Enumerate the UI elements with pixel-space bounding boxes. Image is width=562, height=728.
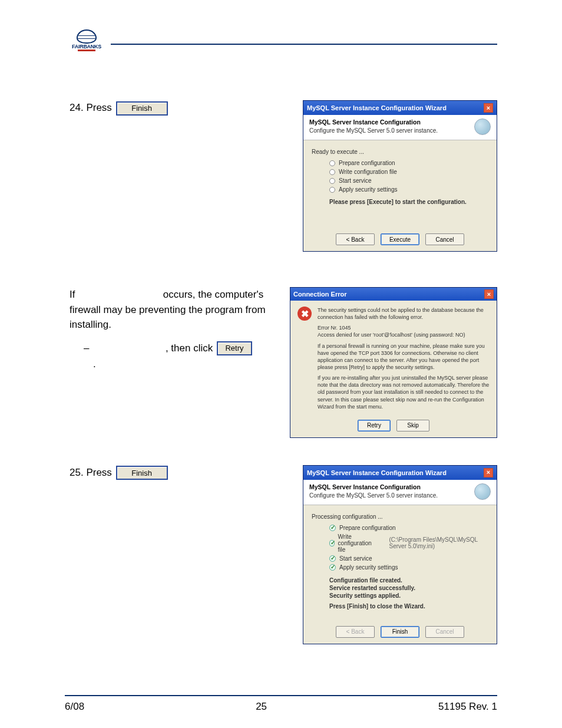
error-icon: ✖ [297,307,312,321]
mysql-dolphin-icon [474,483,491,500]
page-footer: 6/08 25 51195 Rev. 1 [65,695,497,713]
retry-button-inline[interactable]: Retry [217,341,252,355]
list-item: Apply security settings [329,564,488,571]
close-icon[interactable]: × [484,103,493,113]
page-number: 25 [256,701,267,713]
list-item: Start service [329,555,488,562]
step-25-text: 25. Press Finish [70,465,290,644]
error-para: Error Nr. 1045Access denied for user 'ro… [318,324,490,338]
page-header: FAIRBANKS [70,29,497,59]
dialog-titlebar: MySQL Server Instance Configuration Wiza… [303,466,497,480]
list-item: Prepare configuration [329,525,488,531]
instruction-text: Press [Finish] to close the Wizard. [329,603,488,610]
dialog-heading: MySQL Server Instance Configuration [309,118,421,126]
dialog-subheading: Configure the MySQL Server 5.0 server in… [309,127,470,134]
footer-doc-id: 51195 Rev. 1 [438,701,497,713]
error-para: If a personal firewall is running on you… [318,342,490,371]
list-item: Write configuration file (C:\Program Fil… [329,533,488,553]
error-para: The security settings could not be appli… [318,307,490,321]
close-icon[interactable]: × [484,289,494,299]
list-item: Prepare configuration [329,160,488,166]
dialog-titlebar: MySQL Server Instance Configuration Wiza… [303,101,497,115]
connection-error-dialog: Connection Error × ✖ The security settin… [290,287,497,438]
error-para: If you are re-installing after you just … [318,374,490,410]
skip-button[interactable]: Skip [396,420,429,431]
finish-button[interactable]: Finish [381,626,419,638]
footer-date: 6/08 [65,701,84,713]
mysql-dolphin-icon [474,118,491,135]
cancel-button: Cancel [425,626,464,638]
firewall-note: If Connection Error occurs, the computer… [70,287,282,438]
header-rule [111,44,497,45]
mysql-config-dialog-ready: MySQL Server Instance Configuration Wiza… [303,100,497,252]
status-text: Processing configuration ... [312,513,488,520]
fairbanks-logo: FAIRBANKS [70,29,104,59]
close-icon[interactable]: × [484,468,493,477]
step-24-text: 24. Press Finish [70,100,290,252]
dialog-subheading: Configure the MySQL Server 5.0 server in… [309,492,470,499]
list-item: Start service [329,177,488,184]
finish-button-inline[interactable]: Finish [116,466,168,480]
success-text: Configuration file created. Service rest… [329,577,488,599]
dialog-heading: MySQL Server Instance Configuration [309,483,421,490]
list-item: Write configuration file [329,169,488,175]
instruction-text: Please press [Execute] to start the conf… [329,199,488,205]
execute-button[interactable]: Execute [381,233,419,245]
status-text: Ready to execute ... [312,149,488,155]
finish-button-inline[interactable]: Finish [116,101,168,116]
back-button[interactable]: < Back [336,233,375,245]
list-item: Apply security settings [329,186,488,193]
cancel-button[interactable]: Cancel [425,233,464,245]
back-button: < Back [336,626,375,638]
error-titlebar: Connection Error × [290,288,497,301]
mysql-config-dialog-done: MySQL Server Instance Configuration Wiza… [303,465,497,644]
retry-button[interactable]: Retry [358,420,391,431]
